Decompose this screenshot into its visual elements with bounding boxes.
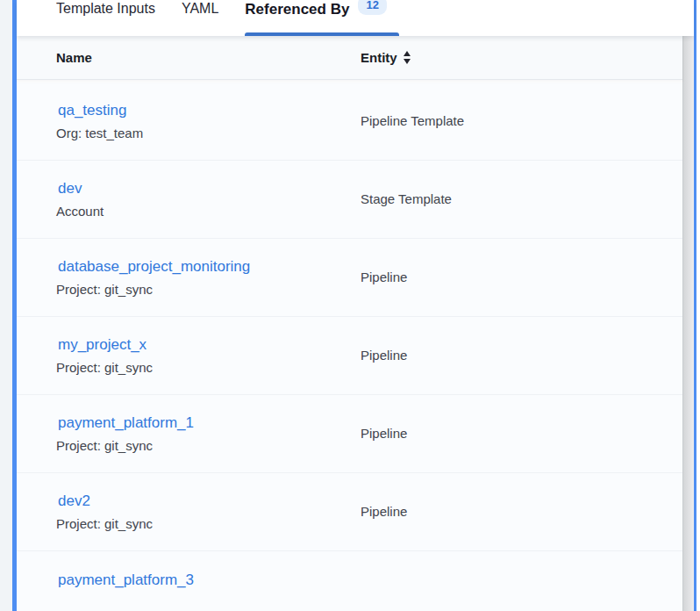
right-edge-strip (696, 0, 700, 611)
sort-down-arrow-icon (404, 59, 411, 64)
name-cell: payment_platform_1 Project: git_sync (56, 413, 361, 454)
entity-name-link[interactable]: database_project_monitoring (58, 257, 361, 276)
table-row: payment_platform_3 (17, 551, 682, 611)
name-cell: qa_testing Org: test_team (56, 101, 361, 141)
table-row: payment_platform_1 Project: git_sync Pip… (17, 395, 682, 473)
entity-type-label: Pipeline (361, 270, 407, 284)
entity-type-label: Pipeline (361, 426, 407, 441)
active-tab-underline (245, 32, 399, 36)
scope-label: Org: test_team (56, 126, 361, 141)
vertical-scrollbar[interactable] (682, 36, 694, 611)
table-header-row: Name Entity (17, 36, 682, 80)
column-header-name-label: Name (56, 50, 92, 65)
scope-label: Project: git_sync (56, 516, 361, 532)
table-row: dev2 Project: git_sync Pipeline (17, 473, 682, 551)
tab-template-inputs[interactable]: Template Inputs (56, 0, 155, 36)
template-details-drawer: Template Inputs YAML Referenced By 12 Na… (12, 0, 696, 611)
name-cell: database_project_monitoring Project: git… (56, 257, 361, 298)
entity-name-link[interactable]: qa_testing (58, 101, 361, 119)
column-header-entity-label: Entity (361, 50, 397, 65)
entity-cell: Pipeline Template (361, 113, 682, 129)
name-cell: dev2 Project: git_sync (56, 492, 361, 532)
column-header-name: Name (56, 50, 361, 65)
tab-label: YAML (182, 1, 218, 17)
entity-name-link[interactable]: payment_platform_3 (58, 571, 361, 589)
entity-cell: Pipeline (361, 270, 682, 285)
entity-cell: Pipeline (361, 504, 682, 520)
entity-type-label: Pipeline Template (361, 113, 464, 128)
referenced-by-count-badge: 12 (358, 0, 386, 15)
tab-yaml[interactable]: YAML (182, 0, 218, 36)
entity-cell: Stage Template (361, 191, 682, 207)
entity-name-link[interactable]: dev2 (58, 492, 361, 510)
scope-label: Account (56, 204, 361, 219)
tab-referenced-by[interactable]: Referenced By 12 (245, 0, 399, 36)
scope-label (56, 596, 361, 609)
name-cell: my_project_x Project: git_sync (56, 335, 361, 376)
entity-cell: Pipeline (361, 348, 682, 363)
entity-name-link[interactable]: payment_platform_1 (58, 413, 361, 432)
entity-type-label: Stage Template (361, 191, 452, 206)
entity-type-label: Pipeline (361, 504, 407, 519)
entity-cell: Pipeline (361, 426, 682, 442)
sort-icon[interactable] (404, 51, 411, 64)
entity-name-link[interactable]: my_project_x (58, 335, 361, 354)
entity-type-label: Pipeline (361, 348, 407, 363)
sort-up-arrow-icon (404, 51, 411, 56)
scope-label: Project: git_sync (56, 360, 361, 376)
table-row: database_project_monitoring Project: git… (17, 239, 682, 317)
table-row: dev Account Stage Template (17, 161, 682, 239)
tab-label: Referenced By (245, 1, 349, 18)
table-row: my_project_x Project: git_sync Pipeline (17, 317, 682, 395)
scope-label: Project: git_sync (56, 282, 361, 298)
column-header-entity[interactable]: Entity (361, 50, 682, 65)
entity-name-link[interactable]: dev (58, 179, 361, 198)
name-cell: payment_platform_3 (56, 571, 361, 608)
name-cell: dev Account (56, 179, 361, 219)
table-body: qa_testing Org: test_team Pipeline Templ… (17, 83, 682, 611)
page: Template Inputs YAML Referenced By 12 Na… (0, 0, 700, 611)
tab-bar: Template Inputs YAML Referenced By 12 (17, 0, 694, 36)
table-row: qa_testing Org: test_team Pipeline Templ… (17, 83, 682, 161)
scope-label: Project: git_sync (56, 438, 361, 454)
tab-label: Template Inputs (56, 1, 155, 17)
